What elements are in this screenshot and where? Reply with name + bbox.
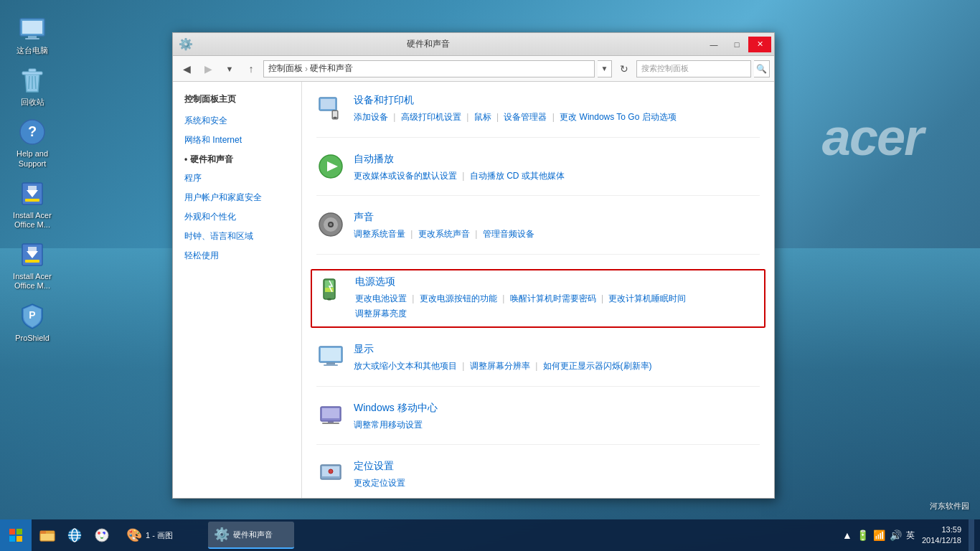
paint-app-icon: 🎨 xyxy=(126,527,142,543)
svg-rect-51 xyxy=(17,536,22,542)
devices-link-add[interactable]: 添加设备 xyxy=(354,112,388,122)
svg-rect-4 xyxy=(22,72,42,75)
sound-link-change[interactable]: 更改系统声音 xyxy=(418,229,470,239)
minimize-button[interactable]: — xyxy=(702,37,725,52)
desktop-icon-recycle[interactable]: 回收站 xyxy=(7,66,57,107)
svg-rect-54 xyxy=(40,531,46,534)
svg-rect-34 xyxy=(321,348,341,361)
location-links: 更改定位设置 xyxy=(354,476,760,491)
paint-app-label: 1 - 画图 xyxy=(146,530,173,541)
mobility-link[interactable]: 调整常用移动设置 xyxy=(354,420,423,430)
sound-link-manage[interactable]: 管理音频设备 xyxy=(483,229,534,239)
show-desktop-btn[interactable] xyxy=(969,519,974,551)
window-icon: ⚙️ xyxy=(179,37,193,51)
up-button[interactable]: ↑ xyxy=(242,60,260,78)
display-title[interactable]: 显示 xyxy=(354,343,374,356)
address-dropdown-btn[interactable]: ▼ xyxy=(598,60,612,77)
tray-volume[interactable]: 🔊 xyxy=(890,529,902,541)
sidebar-item-appearance[interactable]: 外观和个性化 xyxy=(173,207,301,227)
sidebar-item-clock[interactable]: 时钟、语言和区域 xyxy=(173,227,301,246)
autoplay-links: 更改媒体或设备的默认设置 | 自动播放 CD 或其他媒体 xyxy=(354,169,760,184)
mobility-icon xyxy=(316,401,345,430)
desktop: acer 这台电脑 xyxy=(0,0,980,551)
taskbar-clock[interactable]: 13:59 2014/12/18 xyxy=(918,524,966,547)
paint-btn[interactable] xyxy=(89,522,115,549)
location-title[interactable]: 定位设置 xyxy=(354,460,394,473)
category-power-content: 电源选项 更改电池设置 | 更改电源按钮的功能 | 唤醒计算机时需要密码 | 更… xyxy=(355,275,758,322)
sidebar-item-user-accounts[interactable]: 用户帐户和家庭安全 xyxy=(173,188,301,207)
breadcrumb-cp[interactable]: 控制面板 xyxy=(268,62,303,75)
autoplay-link-default[interactable]: 更改媒体或设备的默认设置 xyxy=(354,171,457,181)
location-link[interactable]: 更改定位设置 xyxy=(354,478,405,488)
autoplay-link-cd[interactable]: 自动播放 CD 或其他媒体 xyxy=(470,171,565,181)
taskbar: 🎨 1 - 画图 ⚙️ 硬件和声音 ▲ 🔋 📶 🔊 英 13:59 2014/1… xyxy=(0,519,980,551)
tray-lang[interactable]: 英 xyxy=(906,529,915,542)
tray-expand[interactable]: ▲ xyxy=(842,529,852,541)
svg-rect-50 xyxy=(9,536,15,542)
desktop-icon-help[interactable]: ? Help and Support xyxy=(7,118,57,168)
display-link-resolution[interactable]: 调整屏幕分辨率 xyxy=(470,361,530,371)
desktop-icon-install-1[interactable]: Install Acer Office M... xyxy=(7,179,57,230)
address-path[interactable]: 控制面板 › 硬件和声音 xyxy=(263,60,595,77)
power-link-sleep[interactable]: 更改计算机睡眠时间 xyxy=(608,293,686,303)
main-panel: 设备和打印机 添加设备 | 高级打印机设置 | 鼠标 | 设备管理器 | 更改 … xyxy=(302,82,774,498)
window-title: 硬件和声音 xyxy=(197,38,659,50)
file-explorer-btn[interactable] xyxy=(34,522,60,549)
sound-link-volume[interactable]: 调整系统音量 xyxy=(354,229,405,239)
sidebar-item-system-security[interactable]: 系统和安全 xyxy=(173,111,301,131)
taskbar-app-paint[interactable]: 🎨 1 - 画图 xyxy=(121,522,207,549)
clock-date: 2014/12/18 xyxy=(922,535,961,546)
breadcrumb-hardware[interactable]: 硬件和声音 xyxy=(310,62,353,75)
desktop-icon-this-pc[interactable]: 这台电脑 xyxy=(7,14,57,55)
maximize-button[interactable]: □ xyxy=(725,37,748,52)
desktop-icons: 这台电脑 回收站 ? xyxy=(7,14,57,343)
category-power: 电源选项 更改电池设置 | 更改电源按钮的功能 | 唤醒计算机时需要密码 | 更… xyxy=(311,269,765,328)
search-button[interactable]: 🔍 xyxy=(754,60,770,77)
sidebar-item-programs[interactable]: 程序 xyxy=(173,169,301,188)
forward-button[interactable]: ▶ xyxy=(199,60,217,78)
dropdown-button[interactable]: ▼ xyxy=(220,60,239,78)
this-pc-label: 这台电脑 xyxy=(17,46,48,55)
close-button[interactable]: ✕ xyxy=(748,37,771,52)
mobility-title[interactable]: Windows 移动中心 xyxy=(354,402,438,415)
sound-title[interactable]: 声音 xyxy=(354,211,374,224)
power-icon xyxy=(318,275,347,303)
install-2-icon xyxy=(18,240,47,269)
category-sound-content: 声音 调整系统音量 | 更改系统声音 | 管理音频设备 xyxy=(354,210,760,242)
category-display-content: 显示 放大或缩小文本和其他项目 | 调整屏幕分辨率 | 如何更正显示器闪烁(刷新… xyxy=(354,342,760,375)
sound-icon xyxy=(316,210,345,239)
sidebar-item-ease[interactable]: 轻松使用 xyxy=(173,246,301,265)
tray-battery[interactable]: 🔋 xyxy=(857,529,869,541)
display-link-text[interactable]: 放大或缩小文本和其他项目 xyxy=(354,361,457,371)
devices-link-printer[interactable]: 高级打印机设置 xyxy=(401,112,461,122)
tray-network[interactable]: 📶 xyxy=(873,529,885,541)
sidebar: 控制面板主页 系统和安全 网络和 Internet 硬件和声音 程序 用户帐户和… xyxy=(173,82,302,498)
power-link-battery[interactable]: 更改电池设置 xyxy=(355,293,407,303)
system-tray: ▲ 🔋 📶 🔊 英 13:59 2014/12/18 xyxy=(837,519,980,551)
start-button[interactable] xyxy=(0,519,32,551)
power-title[interactable]: 电源选项 xyxy=(355,276,395,288)
power-link-button[interactable]: 更改电源按钮的功能 xyxy=(420,293,497,303)
quick-launch xyxy=(32,522,118,549)
devices-title[interactable]: 设备和打印机 xyxy=(354,94,414,107)
power-links: 更改电池设置 | 更改电源按钮的功能 | 唤醒计算机时需要密码 | 更改计算机睡… xyxy=(355,291,758,322)
search-box[interactable]: 搜索控制面板 xyxy=(636,60,751,77)
desktop-icon-install-2[interactable]: Install Acer Office M... xyxy=(7,240,57,291)
autoplay-title[interactable]: 自动播放 xyxy=(354,153,394,166)
back-button[interactable]: ◀ xyxy=(177,60,196,78)
desktop-icon-proshield[interactable]: P ProShield xyxy=(7,302,57,343)
taskbar-app-control[interactable]: ⚙️ 硬件和声音 xyxy=(208,522,294,549)
refresh-button[interactable]: ↻ xyxy=(615,60,633,78)
category-devices-content: 设备和打印机 添加设备 | 高级打印机设置 | 鼠标 | 设备管理器 | 更改 … xyxy=(354,93,760,126)
devices-link-manager[interactable]: 设备管理器 xyxy=(504,112,547,122)
ie-btn[interactable] xyxy=(62,522,88,549)
display-link-flicker[interactable]: 如何更正显示器闪烁(刷新率) xyxy=(543,361,652,371)
sidebar-item-network[interactable]: 网络和 Internet xyxy=(173,131,301,150)
location-icon xyxy=(316,459,345,488)
power-link-brightness[interactable]: 调整屏幕亮度 xyxy=(355,309,407,319)
devices-link-mouse[interactable]: 鼠标 xyxy=(474,112,491,122)
power-link-password[interactable]: 唤醒计算机时需要密码 xyxy=(510,293,596,303)
devices-link-wintogo[interactable]: 更改 Windows To Go 启动选项 xyxy=(560,112,676,122)
svg-line-8 xyxy=(35,76,36,89)
svg-rect-35 xyxy=(326,362,335,364)
